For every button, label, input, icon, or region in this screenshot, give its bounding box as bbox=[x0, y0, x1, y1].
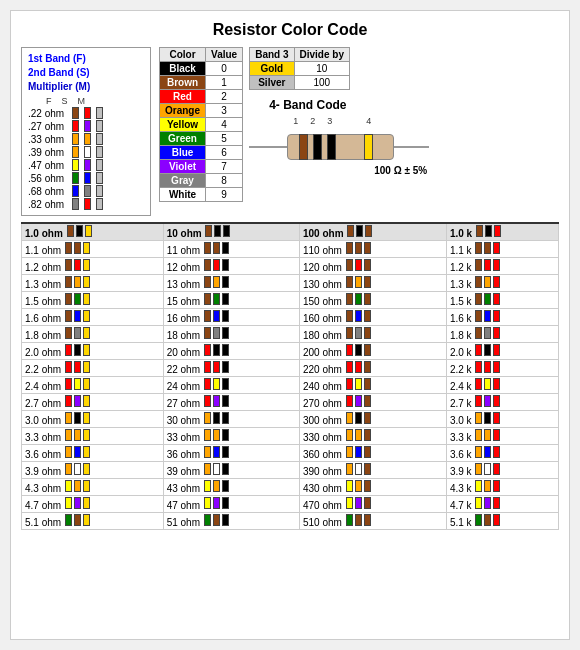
ohm-label: 100 Ω ± 5% bbox=[374, 165, 427, 176]
value-cell: 5 bbox=[206, 132, 243, 146]
color-cell: Green bbox=[160, 132, 206, 146]
col2-value: 47 ohm bbox=[163, 496, 299, 513]
col1-value: 1.6 ohm bbox=[22, 309, 164, 326]
table-row: 2.2 ohm 22 ohm 220 ohm 2.2 k bbox=[22, 360, 559, 377]
band-number-labels: 1 2 3 4 bbox=[293, 116, 371, 126]
diagram-area: 4- Band Code 1 2 3 4 bbox=[249, 94, 429, 176]
color-table-row: Yellow 4 bbox=[160, 118, 243, 132]
col2-value: 20 ohm bbox=[163, 343, 299, 360]
col1-value: 3.3 ohm bbox=[22, 428, 164, 445]
table-row: 3.0 ohm 30 ohm 300 ohm 3.0 k bbox=[22, 411, 559, 428]
col2-value: 24 ohm bbox=[163, 377, 299, 394]
col4-value: 1.8 k bbox=[446, 326, 558, 343]
color-col-header: Color bbox=[160, 48, 206, 62]
col1-value: 5.1 ohm bbox=[22, 513, 164, 530]
legend-rows: .22 ohm .27 ohm .33 ohm .39 ohm .47 ohm … bbox=[28, 107, 144, 210]
table-row: 1.1 ohm 11 ohm 110 ohm 1.1 k bbox=[22, 241, 559, 258]
col1-value: 1.3 ohm bbox=[22, 275, 164, 292]
legend-row: .33 ohm bbox=[28, 133, 144, 145]
col1-value: 3.6 ohm bbox=[22, 445, 164, 462]
band3-row: Gold 10 bbox=[250, 62, 350, 76]
col2-value: 43 ohm bbox=[163, 479, 299, 496]
col3-value: 270 ohm bbox=[299, 394, 446, 411]
value-col-header: Value bbox=[206, 48, 243, 62]
value-cell: 8 bbox=[206, 174, 243, 188]
col1-value: 2.4 ohm bbox=[22, 377, 164, 394]
legend-row: .22 ohm bbox=[28, 107, 144, 119]
col3-value: 180 ohm bbox=[299, 326, 446, 343]
col1-value: 3.0 ohm bbox=[22, 411, 164, 428]
fsm-labels: F S M bbox=[46, 96, 144, 106]
col2-value: 30 ohm bbox=[163, 411, 299, 428]
col3-value: 160 ohm bbox=[299, 309, 446, 326]
band3-table: Band 3 Divide by Gold 10Silver 100 bbox=[249, 47, 350, 90]
col2-value: 18 ohm bbox=[163, 326, 299, 343]
col4-value: 1.5 k bbox=[446, 292, 558, 309]
col1-value: 2.0 ohm bbox=[22, 343, 164, 360]
col4-value: 1.1 k bbox=[446, 241, 558, 258]
col2-value: 51 ohm bbox=[163, 513, 299, 530]
col4-value: 5.1 k bbox=[446, 513, 558, 530]
col2-value: 15 ohm bbox=[163, 292, 299, 309]
col3-value: 130 ohm bbox=[299, 275, 446, 292]
col4-value: 2.2 k bbox=[446, 360, 558, 377]
table-row: 2.7 ohm 27 ohm 270 ohm 2.7 k bbox=[22, 394, 559, 411]
legend-row: .47 ohm bbox=[28, 159, 144, 171]
legend-row: .56 ohm bbox=[28, 172, 144, 184]
col1-value: 2.2 ohm bbox=[22, 360, 164, 377]
lead-right bbox=[394, 146, 429, 148]
resistor-diagram: 1 2 3 4 bbox=[249, 116, 429, 176]
col1-value: 2.7 ohm bbox=[22, 394, 164, 411]
col2-value: 36 ohm bbox=[163, 445, 299, 462]
table-row: 1.6 ohm 16 ohm 160 ohm 1.6 k bbox=[22, 309, 559, 326]
band-1 bbox=[299, 134, 308, 160]
col4-value: 1.0 k bbox=[446, 223, 558, 241]
table-row: 1.5 ohm 15 ohm 150 ohm 1.5 k bbox=[22, 292, 559, 309]
color-cell: White bbox=[160, 188, 206, 202]
col1-value: 1.2 ohm bbox=[22, 258, 164, 275]
table-row: 3.9 ohm 39 ohm 390 ohm 3.9 k bbox=[22, 462, 559, 479]
col3-value: 330 ohm bbox=[299, 428, 446, 445]
table-row: 1.8 ohm 18 ohm 180 ohm 1.8 k bbox=[22, 326, 559, 343]
col4-value: 1.3 k bbox=[446, 275, 558, 292]
value-cell: 1 bbox=[206, 76, 243, 90]
color-cell: Blue bbox=[160, 146, 206, 160]
col2-value: 27 ohm bbox=[163, 394, 299, 411]
col3-value: 220 ohm bbox=[299, 360, 446, 377]
table-row: 3.6 ohm 36 ohm 360 ohm 3.6 k bbox=[22, 445, 559, 462]
band-2 bbox=[313, 134, 322, 160]
color-table-row: Orange 3 bbox=[160, 104, 243, 118]
col1-value: 3.9 ohm bbox=[22, 462, 164, 479]
col4-value: 1.6 k bbox=[446, 309, 558, 326]
col4-value: 4.3 k bbox=[446, 479, 558, 496]
page-title: Resistor Color Code bbox=[21, 21, 559, 39]
color-table-row: Red 2 bbox=[160, 90, 243, 104]
col3-value: 100 ohm bbox=[299, 223, 446, 241]
table-row: 4.7 ohm 47 ohm 470 ohm 4.7 k bbox=[22, 496, 559, 513]
color-cell: Gray bbox=[160, 174, 206, 188]
color-table-row: Gray 8 bbox=[160, 174, 243, 188]
col3-value: 200 ohm bbox=[299, 343, 446, 360]
col2-value: 10 ohm bbox=[163, 223, 299, 241]
col3-value: 150 ohm bbox=[299, 292, 446, 309]
col4-value: 2.7 k bbox=[446, 394, 558, 411]
col4-value: 3.9 k bbox=[446, 462, 558, 479]
color-cell: Violet bbox=[160, 160, 206, 174]
value-cell: 0 bbox=[206, 62, 243, 76]
value-cell: 2 bbox=[206, 90, 243, 104]
color-table-row: Green 5 bbox=[160, 132, 243, 146]
col4-value: 3.0 k bbox=[446, 411, 558, 428]
color-cell: Orange bbox=[160, 104, 206, 118]
table-row: 5.1 ohm 51 ohm 510 ohm 5.1 k bbox=[22, 513, 559, 530]
table-row: 3.3 ohm 33 ohm 330 ohm 3.3 k bbox=[22, 428, 559, 445]
table-row: 4.3 ohm 43 ohm 430 ohm 4.3 k bbox=[22, 479, 559, 496]
band3-color-cell: Gold bbox=[250, 62, 294, 76]
color-cell: Brown bbox=[160, 76, 206, 90]
col3-value: 510 ohm bbox=[299, 513, 446, 530]
divideby-col-header: Divide by bbox=[294, 48, 349, 62]
col1-value: 1.8 ohm bbox=[22, 326, 164, 343]
table-row: 1.2 ohm 12 ohm 120 ohm 1.2 k bbox=[22, 258, 559, 275]
col3-value: 470 ohm bbox=[299, 496, 446, 513]
value-cell: 4 bbox=[206, 118, 243, 132]
col4-value: 3.6 k bbox=[446, 445, 558, 462]
